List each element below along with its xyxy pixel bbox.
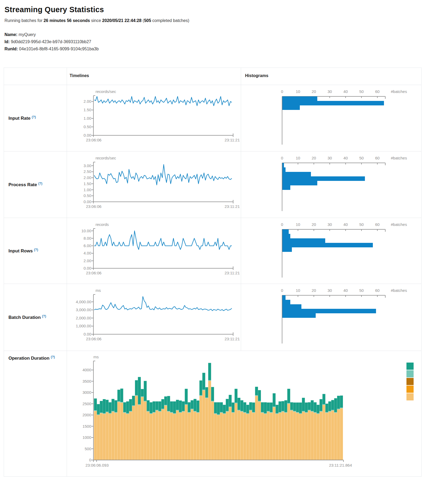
svg-text:40: 40 [343,222,348,227]
svg-text:0.00: 0.00 [84,199,91,204]
svg-text:10: 10 [296,222,300,227]
svg-text:1.50: 1.50 [84,181,91,186]
svg-text:23:11:21: 23:11:21 [225,204,240,209]
row-label-process-rate: Process Rate(?) [4,151,67,218]
svg-text:30: 30 [328,89,332,94]
svg-text:0.00: 0.00 [84,332,91,336]
svg-text:6.00: 6.00 [84,243,91,248]
process-rate-histogram-cell: 0102030405060#batches [241,151,421,218]
operation-duration-chart: ms4000350030002500200015001000500023:06:… [67,351,421,476]
svg-text:40: 40 [343,288,348,293]
svg-text:60: 60 [375,288,380,293]
input-rows-timeline-cell: records10.008.006.004.002.000.0023:06:06… [67,218,241,284]
svg-text:60: 60 [375,89,380,94]
svg-text:500: 500 [85,447,91,451]
svg-text:0: 0 [281,156,283,160]
svg-text:0: 0 [281,288,283,293]
table-row-operation-duration: Operation Duration(?) ms4000350030002500… [4,351,421,476]
input-rate-histogram-cell: 0102030405060#batches [241,85,421,151]
svg-text:records: records [96,222,109,227]
input-rate-timeline-chart: records/sec2.001.501.000.500.0023:06:062… [67,85,241,151]
process-rate-help-icon[interactable]: (?) [38,182,42,185]
batch-duration-histogram-chart: 0102030405060#batches [241,284,421,351]
svg-text:#batches: #batches [391,89,407,94]
row-label-batch-duration: Batch Duration(?) [4,284,67,351]
svg-text:1000: 1000 [83,435,91,440]
summary-since: since [90,18,102,23]
histograms-header-cell: Histograms [241,68,421,85]
process-rate-histogram-chart: 0102030405060#batches [241,151,421,218]
input-rows-label: Input Rows [8,248,33,253]
input-rows-timeline-chart: records10.008.006.004.002.000.0023:06:06… [67,218,241,284]
summary-batch-count: 505 [144,18,151,23]
svg-text:ms: ms [96,288,101,293]
svg-text:30: 30 [328,156,332,160]
table-row-input-rows: Input Rows(?) records10.008.006.004.002.… [4,218,421,284]
svg-text:1500: 1500 [83,424,91,429]
process-rate-label: Process Rate [8,182,37,187]
page-title: Streaming Query Statistics [4,5,448,14]
timelines-header-cell: Timelines [67,68,241,85]
svg-text:8.00: 8.00 [84,236,91,240]
query-id-value: 9d0dd219-995d-423e-b97d-36931110bb27 [11,39,91,44]
process-rate-timeline-cell: records/sec3.002.502.001.501.000.500.002… [67,151,241,218]
table-row-batch-duration: Batch Duration(?) ms4,000.003,000.002,00… [4,284,421,351]
svg-text:40: 40 [343,156,348,160]
svg-text:10: 10 [296,288,300,293]
svg-text:0: 0 [89,458,91,462]
row-label-input-rows: Input Rows(?) [4,218,67,284]
svg-text:2,000.00: 2,000.00 [76,316,91,320]
svg-text:40: 40 [343,89,348,94]
svg-text:10: 10 [296,156,300,160]
svg-text:50: 50 [359,222,364,227]
header-empty-cell [4,68,67,85]
table-row-process-rate: Process Rate(?) records/sec3.002.502.001… [4,151,421,218]
table-header-row: Timelines Histograms [4,68,421,85]
svg-text:2.00: 2.00 [84,175,91,180]
query-info: Name: myQuery Id: 9d0dd219-995d-423e-b97… [4,31,448,52]
svg-text:4,000.00: 4,000.00 [76,300,91,304]
histograms-header: Histograms [241,68,421,78]
query-id-label: Id: [4,39,10,44]
svg-text:20: 20 [312,222,316,227]
row-label-operation-duration: Operation Duration(?) [4,351,67,476]
svg-text:#batches: #batches [391,222,407,227]
row-label-input-rate: Input Rate(?) [4,85,67,151]
summary-duration: 26 minutes 56 seconds [44,18,90,23]
svg-text:2.00: 2.00 [84,99,91,104]
svg-text:60: 60 [375,222,380,227]
svg-text:4.00: 4.00 [84,251,91,255]
svg-text:23:06:06: 23:06:06 [86,138,101,142]
timelines-header: Timelines [67,68,241,78]
svg-text:3.00: 3.00 [84,163,91,168]
query-runid-line: RunId: 04e101e6-8bf8-4165-9099-9104c951b… [4,45,448,52]
svg-text:#batches: #batches [391,156,407,160]
input-rate-help-icon[interactable]: (?) [32,115,36,119]
query-name-line: Name: myQuery [4,31,448,38]
svg-text:23:11:21: 23:11:21 [225,138,240,142]
svg-text:0.50: 0.50 [84,193,91,198]
svg-text:23:06:06: 23:06:06 [86,204,101,209]
operation-duration-label: Operation Duration [8,356,49,361]
svg-text:0.00: 0.00 [84,266,91,270]
svg-text:20: 20 [312,288,316,293]
batch-duration-histogram-cell: 0102030405060#batches [241,284,421,351]
svg-text:2000: 2000 [83,413,91,417]
query-id-line: Id: 9d0dd219-995d-423e-b97d-36931110bb27 [4,38,448,45]
input-rows-help-icon[interactable]: (?) [34,248,38,252]
input-rate-timeline-cell: records/sec2.001.501.000.500.0023:06:062… [67,85,241,151]
svg-text:10: 10 [296,89,300,94]
svg-text:23:11:21: 23:11:21 [225,337,240,341]
svg-text:1.50: 1.50 [84,108,91,112]
svg-text:30: 30 [328,288,332,293]
svg-text:records/sec: records/sec [96,156,116,160]
svg-text:0: 0 [281,89,283,94]
statistics-table: Timelines Histograms Input Rate(?) recor… [4,68,422,477]
operation-duration-chart-cell: ms4000350030002500200015001000500023:06:… [67,351,421,476]
query-runid-label: RunId: [4,47,18,51]
svg-text:23:11:21.864: 23:11:21.864 [329,463,352,467]
summary-paren: ( [142,18,144,23]
svg-text:1.00: 1.00 [84,188,91,192]
batch-duration-help-icon[interactable]: (?) [42,314,46,318]
operation-duration-help-icon[interactable]: (?) [51,355,55,359]
